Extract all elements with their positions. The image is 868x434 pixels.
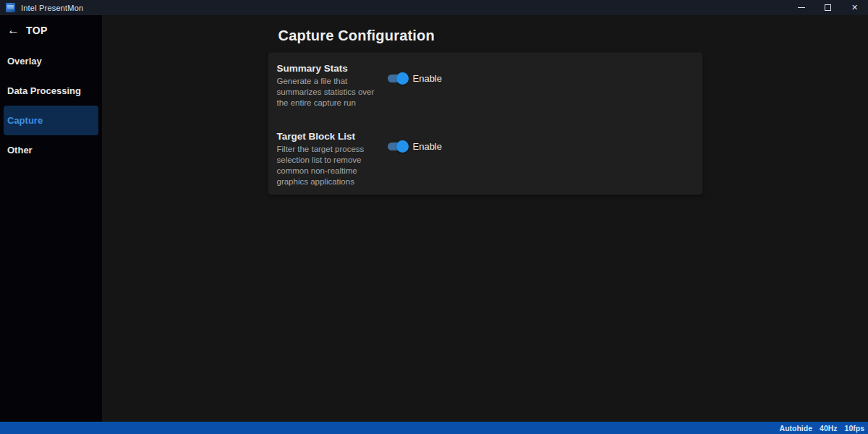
sidebar-item-capture[interactable]: Capture	[4, 106, 98, 135]
setting-row-target-block-list: Target Block List Filter the target proc…	[277, 130, 694, 187]
toggle-thumb	[396, 140, 409, 153]
app-body: ← TOP Overlay Data Processing Capture Ot…	[0, 15, 868, 422]
settings-card: Summary Stats Generate a file that summa…	[268, 53, 702, 195]
sidebar-back-label: TOP	[26, 25, 48, 36]
sidebar-item-other[interactable]: Other	[0, 135, 102, 165]
close-icon: ✕	[851, 3, 858, 12]
target-block-list-toggle[interactable]	[388, 141, 407, 152]
setting-description: Generate a file that summarizes statisti…	[277, 76, 387, 109]
titlebar: Intel PresentMon ✕	[0, 0, 868, 15]
maximize-button[interactable]	[814, 0, 841, 15]
statusbar-autohide[interactable]: Autohide	[780, 424, 813, 433]
app-icon	[6, 3, 15, 12]
setting-row-summary-stats: Summary Stats Generate a file that summa…	[277, 62, 694, 109]
page-title: Capture Configuration	[278, 27, 702, 44]
sidebar-item-overlay[interactable]: Overlay	[0, 46, 102, 76]
main-panel: Capture Configuration Summary Stats Gene…	[102, 15, 868, 422]
setting-info: Summary Stats Generate a file that summa…	[277, 62, 388, 109]
toggle-label: Enable	[413, 73, 442, 84]
sidebar-item-label: Data Processing	[7, 85, 81, 96]
sidebar-nav: Overlay Data Processing Capture Other	[0, 46, 102, 165]
setting-info: Target Block List Filter the target proc…	[277, 130, 388, 187]
back-arrow-icon: ←	[7, 24, 20, 36]
sidebar: ← TOP Overlay Data Processing Capture Ot…	[0, 15, 102, 422]
setting-title: Summary Stats	[277, 62, 388, 75]
sidebar-item-data-processing[interactable]: Data Processing	[0, 76, 102, 106]
setting-control: Enable	[388, 141, 442, 152]
setting-description: Filter the target process selection list…	[277, 144, 387, 187]
setting-control: Enable	[388, 73, 442, 84]
content-container: Capture Configuration Summary Stats Gene…	[268, 27, 702, 195]
maximize-icon	[825, 4, 831, 11]
window-title: Intel PresentMon	[21, 4, 83, 12]
statusbar-fps[interactable]: 10fps	[845, 424, 864, 433]
sidebar-item-label: Overlay	[7, 56, 42, 67]
close-button[interactable]: ✕	[841, 0, 868, 15]
toggle-label: Enable	[413, 141, 442, 152]
sidebar-item-label: Capture	[7, 115, 43, 126]
summary-stats-toggle[interactable]	[388, 73, 407, 84]
setting-title: Target Block List	[277, 130, 388, 143]
sidebar-back[interactable]: ← TOP	[0, 15, 102, 38]
minimize-button[interactable]	[788, 0, 814, 15]
toggle-thumb	[396, 72, 409, 85]
sidebar-item-label: Other	[7, 145, 33, 156]
minimize-icon	[798, 7, 805, 8]
statusbar-refresh-rate[interactable]: 40Hz	[820, 424, 838, 433]
statusbar: Autohide 40Hz 10fps	[0, 422, 868, 434]
